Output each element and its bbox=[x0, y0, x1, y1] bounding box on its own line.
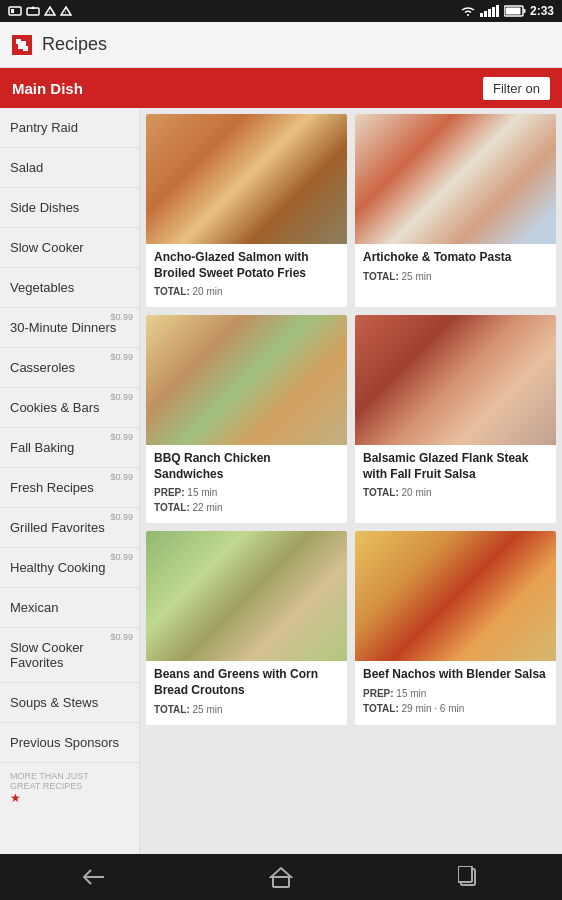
wifi-icon bbox=[460, 5, 476, 17]
recipe-info-pasta: Artichoke & Tomato Pasta TOTAL: 25 min bbox=[355, 244, 556, 292]
home-icon bbox=[269, 866, 293, 888]
svg-rect-0 bbox=[9, 7, 21, 15]
recipe-info-bbq: BBQ Ranch Chicken Sandwiches PREP: 15 mi… bbox=[146, 445, 347, 523]
svg-rect-2 bbox=[27, 8, 39, 15]
recipe-name-bbq: BBQ Ranch Chicken Sandwiches bbox=[154, 451, 339, 482]
svg-rect-1 bbox=[11, 9, 14, 13]
svg-rect-12 bbox=[496, 5, 499, 17]
recipe-name-beans: Beans and Greens with Corn Bread Crouton… bbox=[154, 667, 339, 698]
recipe-card-salmon[interactable]: Ancho-Glazed Salmon with Broiled Sweet P… bbox=[146, 114, 347, 307]
recipe-meta-nachos-total: TOTAL: 29 min · 6 min bbox=[363, 701, 548, 716]
recents-button[interactable] bbox=[438, 859, 498, 895]
logo-icon bbox=[12, 35, 32, 55]
sidebar-item-salad[interactable]: Salad bbox=[0, 148, 139, 188]
recipe-meta-bbq-prep: PREP: 15 min bbox=[154, 485, 339, 500]
recipe-info-nachos: Beef Nachos with Blender Salsa PREP: 15 … bbox=[355, 661, 556, 724]
category-title: Main Dish bbox=[12, 80, 83, 97]
recipe-image-salmon bbox=[146, 114, 347, 244]
svg-text:!: ! bbox=[49, 10, 50, 16]
recipe-name-pasta: Artichoke & Tomato Pasta bbox=[363, 250, 548, 266]
svg-marker-20 bbox=[271, 868, 291, 877]
recipe-info-steak: Balsamic Glazed Flank Steak with Fall Fr… bbox=[355, 445, 556, 508]
svg-rect-23 bbox=[458, 866, 472, 882]
sidebar-footer: MORE THAN JUST GREAT RECIPES ★ bbox=[0, 763, 139, 813]
recipe-meta-beans: TOTAL: 25 min bbox=[154, 702, 339, 717]
svg-rect-10 bbox=[488, 9, 491, 17]
sidebar-item-mexican[interactable]: Mexican bbox=[0, 588, 139, 628]
recipe-card-bbq[interactable]: BBQ Ranch Chicken Sandwiches PREP: 15 mi… bbox=[146, 315, 347, 523]
recipe-name-salmon: Ancho-Glazed Salmon with Broiled Sweet P… bbox=[154, 250, 339, 281]
sidebar-item-healthy-cooking[interactable]: Healthy Cooking $0.99 bbox=[0, 548, 139, 588]
sidebar-item-cookies-bars[interactable]: Cookies & Bars $0.99 bbox=[0, 388, 139, 428]
recipe-meta-bbq-total: TOTAL: 22 min bbox=[154, 500, 339, 515]
sidebar-item-fall-baking[interactable]: Fall Baking $0.99 bbox=[0, 428, 139, 468]
sidebar-item-slow-cooker[interactable]: Slow Cooker bbox=[0, 228, 139, 268]
recipe-image-steak bbox=[355, 315, 556, 445]
recents-icon bbox=[458, 866, 478, 888]
sidebar-item-casseroles[interactable]: Casseroles $0.99 bbox=[0, 348, 139, 388]
recipe-card-steak[interactable]: Balsamic Glazed Flank Steak with Fall Fr… bbox=[355, 315, 556, 523]
svg-rect-11 bbox=[492, 7, 495, 17]
main-layout: Pantry Raid Salad Side Dishes Slow Cooke… bbox=[0, 108, 562, 854]
recipe-image-bbq bbox=[146, 315, 347, 445]
recipe-name-steak: Balsamic Glazed Flank Steak with Fall Fr… bbox=[363, 451, 548, 482]
status-icons-right: 2:33 bbox=[460, 4, 554, 18]
back-icon bbox=[82, 868, 106, 886]
sidebar-item-soups-stews[interactable]: Soups & Stews bbox=[0, 683, 139, 723]
svg-rect-9 bbox=[484, 11, 487, 17]
svg-rect-17 bbox=[16, 39, 21, 44]
recipe-meta-steak: TOTAL: 20 min bbox=[363, 485, 548, 500]
sidebar-item-side-dishes[interactable]: Side Dishes bbox=[0, 188, 139, 228]
svg-text:!: ! bbox=[65, 10, 66, 16]
recipe-info-salmon: Ancho-Glazed Salmon with Broiled Sweet P… bbox=[146, 244, 347, 307]
bottom-nav bbox=[0, 854, 562, 900]
warning-icon-2: ! bbox=[60, 6, 72, 16]
status-time: 2:33 bbox=[530, 4, 554, 18]
filter-button[interactable]: Filter on bbox=[483, 77, 550, 100]
app-logo bbox=[12, 35, 32, 55]
notification-icon-2 bbox=[26, 6, 40, 16]
recipe-card-pasta[interactable]: Artichoke & Tomato Pasta TOTAL: 25 min bbox=[355, 114, 556, 307]
home-button[interactable] bbox=[251, 859, 311, 895]
sidebar-item-grilled-favorites[interactable]: Grilled Favorites $0.99 bbox=[0, 508, 139, 548]
recipe-card-nachos[interactable]: Beef Nachos with Blender Salsa PREP: 15 … bbox=[355, 531, 556, 724]
battery-icon bbox=[504, 5, 526, 17]
svg-rect-8 bbox=[480, 13, 483, 17]
svg-rect-15 bbox=[505, 8, 520, 15]
app-bar: Recipes bbox=[0, 22, 562, 68]
recipe-meta-nachos-prep: PREP: 15 min bbox=[363, 686, 548, 701]
svg-rect-21 bbox=[273, 877, 289, 887]
recipe-card-beans[interactable]: Beans and Greens with Corn Bread Crouton… bbox=[146, 531, 347, 724]
warning-icon-1: ! bbox=[44, 6, 56, 16]
sidebar-item-fresh-recipes[interactable]: Fresh Recipes $0.99 bbox=[0, 468, 139, 508]
recipe-image-nachos bbox=[355, 531, 556, 661]
recipe-meta-salmon: TOTAL: 20 min bbox=[154, 284, 339, 299]
recipe-image-pasta bbox=[355, 114, 556, 244]
sidebar-item-previous-sponsors[interactable]: Previous Sponsors bbox=[0, 723, 139, 763]
app-title: Recipes bbox=[42, 34, 107, 55]
recipe-grid: Ancho-Glazed Salmon with Broiled Sweet P… bbox=[140, 108, 562, 854]
svg-rect-14 bbox=[523, 9, 525, 13]
status-bar: ! ! 2:33 bbox=[0, 0, 562, 22]
sidebar-item-slow-cooker-favorites[interactable]: Slow Cooker Favorites $0.99 bbox=[0, 628, 139, 683]
star-icon: ★ bbox=[10, 791, 21, 805]
svg-rect-18 bbox=[23, 46, 28, 51]
recipe-name-nachos: Beef Nachos with Blender Salsa bbox=[363, 667, 548, 683]
notification-icon-1 bbox=[8, 6, 22, 16]
svg-rect-16 bbox=[12, 35, 32, 55]
signal-icon bbox=[480, 5, 500, 17]
sidebar-item-vegetables[interactable]: Vegetables bbox=[0, 268, 139, 308]
back-button[interactable] bbox=[64, 859, 124, 895]
sidebar: Pantry Raid Salad Side Dishes Slow Cooke… bbox=[0, 108, 140, 854]
recipe-meta-pasta: TOTAL: 25 min bbox=[363, 269, 548, 284]
status-icons-left: ! ! bbox=[8, 6, 72, 16]
category-bar: Main Dish Filter on bbox=[0, 68, 562, 108]
sidebar-item-pantry-raid[interactable]: Pantry Raid bbox=[0, 108, 139, 148]
recipe-info-beans: Beans and Greens with Corn Bread Crouton… bbox=[146, 661, 347, 724]
sidebar-item-30-minute[interactable]: 30-Minute Dinners $0.99 bbox=[0, 308, 139, 348]
recipe-image-beans bbox=[146, 531, 347, 661]
